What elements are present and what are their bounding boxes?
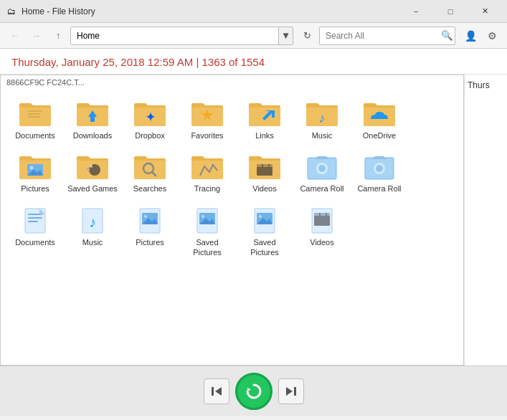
folder-dropbox-icon: ✦ — [133, 97, 167, 129]
folder-videos2[interactable]: Videos — [293, 199, 351, 263]
folder-music2-icon: ♪ — [75, 204, 110, 236]
folder-downloads-label: Downloads — [73, 130, 112, 140]
svg-text:✦: ✦ — [146, 111, 156, 123]
toolbar: ← → ↑ ▼ ↻ 🔍 👤 ⚙ — [0, 23, 507, 49]
svg-rect-30 — [28, 217, 42, 219]
folder-videos2-icon — [305, 204, 339, 236]
folder-dropbox[interactable]: ✦ Dropbox — [121, 92, 179, 145]
search-button[interactable]: 🔍 — [439, 27, 455, 44]
folder-grid: Documents Downloads — [6, 92, 458, 262]
svg-point-12 — [90, 165, 93, 168]
search-input[interactable] — [320, 27, 439, 44]
svg-point-22 — [318, 165, 326, 172]
window-controls: − □ ✕ — [399, 0, 501, 23]
toolbar-right: 👤 ⚙ — [461, 27, 501, 45]
svg-rect-31 — [28, 221, 38, 222]
up-button[interactable]: ↑ — [49, 27, 67, 45]
folder-camera-roll2[interactable]: Camera Roll — [351, 145, 408, 199]
folder-downloads-icon — [75, 97, 110, 129]
maximize-button[interactable]: □ — [434, 0, 467, 23]
folder-links-label: Links — [255, 130, 274, 140]
back-button[interactable]: ← — [6, 27, 24, 45]
svg-rect-1 — [28, 113, 39, 115]
svg-rect-16 — [257, 164, 262, 167]
folder-tracing[interactable]: Tracing — [179, 145, 236, 199]
playback-bar — [0, 366, 507, 416]
folder-documents[interactable]: Documents — [6, 92, 64, 145]
folder-music[interactable]: ♪ Music — [293, 92, 351, 145]
svg-point-26 — [376, 165, 383, 172]
folder-music2[interactable]: ♪ Music — [64, 199, 121, 263]
play-button[interactable] — [235, 373, 273, 410]
date-count-text: Thursday, January 25, 2018 12:59 AM | 13… — [11, 56, 265, 68]
folder-saved-pictures1[interactable]: Saved Pictures — [179, 199, 236, 263]
address-bar-wrapper: ▼ — [70, 27, 293, 45]
settings-button[interactable]: ⚙ — [483, 27, 501, 45]
svg-point-45 — [202, 215, 204, 218]
close-button[interactable]: ✕ — [468, 0, 501, 23]
file-panel-inner[interactable]: Documents Downloads — [1, 87, 463, 366]
folder-documents2[interactable]: Documents — [6, 199, 64, 263]
folder-searches-icon — [133, 151, 167, 182]
folder-favorites-label: Favorites — [191, 130, 223, 140]
address-bar[interactable] — [71, 27, 278, 44]
folder-onedrive-label: OneDrive — [363, 130, 396, 140]
folder-saved-games[interactable]: Saved Games — [64, 145, 121, 199]
svg-text:♪: ♪ — [319, 111, 326, 125]
file-panel: 8866CF9C FC24C.T... Documents — [0, 75, 464, 366]
prev-button[interactable] — [204, 378, 229, 404]
folder-tracing-label: Tracing — [194, 183, 220, 194]
folder-searches[interactable]: Searches — [121, 145, 179, 199]
svg-rect-56 — [327, 213, 330, 216]
folder-videos[interactable]: Videos — [236, 145, 293, 199]
folder-videos2-label: Videos — [310, 237, 333, 247]
info-bar: Thursday, January 25, 2018 12:59 AM | 13… — [0, 49, 507, 75]
svg-rect-55 — [321, 213, 326, 216]
folder-pictures[interactable]: Pictures — [6, 145, 64, 199]
folder-documents-label: Documents — [15, 130, 55, 140]
folder-saved-games-label: Saved Games — [67, 183, 118, 194]
folder-pictures2[interactable]: Pictures — [121, 199, 179, 263]
folder-documents-icon — [18, 97, 52, 129]
folder-favorites-icon — [190, 97, 224, 129]
folder-onedrive[interactable]: OneDrive — [351, 92, 408, 145]
svg-marker-58 — [215, 387, 222, 396]
folder-camera-roll1-label: Camera Roll — [300, 183, 343, 194]
refresh-button[interactable]: ↻ — [298, 27, 316, 45]
folder-favorites[interactable]: Favorites — [179, 92, 236, 145]
folder-tracing-icon — [190, 151, 224, 182]
forward-button[interactable]: → — [27, 27, 46, 45]
right-panel: Thurs — [464, 75, 507, 366]
address-dropdown-button[interactable]: ▼ — [278, 27, 293, 44]
svg-marker-59 — [247, 388, 251, 391]
folder-videos-label: Videos — [252, 183, 276, 194]
folder-saved-pictures2[interactable]: Saved Pictures — [236, 199, 293, 263]
folder-videos-icon — [247, 151, 282, 182]
folder-camera-roll2-label: Camera Roll — [357, 183, 401, 194]
search-bar-wrapper: 🔍 — [319, 27, 455, 45]
title-bar: 🗂 Home - File History − □ ✕ — [0, 0, 507, 23]
folder-documents2-label: Documents — [15, 237, 55, 247]
folder-camera-roll1[interactable]: Camera Roll — [293, 145, 351, 199]
folder-pictures2-icon — [133, 204, 167, 236]
folder-saved-pictures1-label: Saved Pictures — [182, 237, 232, 258]
folder-links[interactable]: Links — [236, 92, 293, 145]
folder-saved-pictures2-label: Saved Pictures — [240, 237, 290, 258]
svg-point-10 — [30, 166, 34, 170]
folder-downloads[interactable]: Downloads — [64, 92, 121, 145]
svg-marker-61 — [286, 387, 293, 396]
next-button[interactable] — [278, 378, 304, 404]
svg-rect-60 — [294, 387, 296, 396]
folder-searches-label: Searches — [133, 183, 166, 194]
svg-rect-57 — [212, 387, 214, 396]
svg-rect-0 — [28, 110, 42, 112]
folder-links-icon — [247, 97, 282, 129]
folder-music-label: Music — [312, 130, 333, 140]
folder-camera-roll1-icon — [305, 151, 339, 182]
user-button[interactable]: 👤 — [461, 27, 480, 45]
svg-text:♪: ♪ — [89, 214, 96, 230]
right-panel-header: Thurs — [465, 75, 507, 96]
minimize-button[interactable]: − — [399, 0, 432, 23]
folder-music-icon: ♪ — [305, 97, 339, 129]
folder-documents2-icon — [18, 204, 52, 236]
